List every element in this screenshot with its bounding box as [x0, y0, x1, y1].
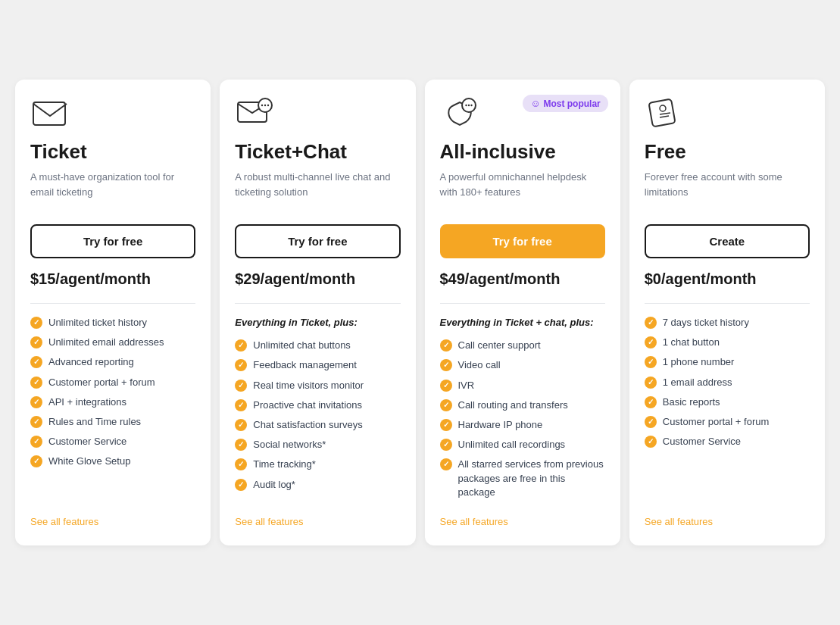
feature-item: Chat satisfaction surveys [235, 418, 400, 432]
feature-item: IVR [440, 379, 605, 392]
svg-point-8 [467, 105, 469, 106]
check-icon [235, 458, 247, 470]
feature-item: Unlimited ticket history [30, 316, 195, 330]
feature-text: API + integrations [48, 395, 126, 409]
feature-item: Customer portal + forum [30, 376, 195, 389]
features-list: 7 days ticket history 1 chat button 1 ph… [645, 316, 810, 505]
divider [440, 303, 605, 304]
check-icon [30, 377, 42, 389]
feature-text: Rules and Time rules [48, 415, 141, 429]
feature-text: Time tracking* [253, 458, 316, 471]
svg-point-3 [261, 105, 263, 106]
check-icon [440, 458, 452, 470]
svg-point-4 [264, 105, 266, 106]
feature-text: Call routing and transfers [458, 398, 568, 412]
plan-price: $49/agent/month [440, 270, 605, 288]
feature-item: White Glove Setup [30, 455, 195, 468]
check-icon [30, 416, 42, 428]
feature-item: Unlimited email addresses [30, 336, 195, 349]
feature-text: 1 phone number [663, 355, 735, 369]
check-icon [645, 396, 657, 408]
see-features-link[interactable]: See all features [440, 516, 605, 527]
feature-text: 7 days ticket history [663, 316, 749, 330]
check-icon [235, 359, 247, 371]
svg-line-13 [660, 116, 669, 117]
most-popular-label: Most popular [543, 98, 600, 109]
features-title: Everything in Ticket + chat, plus: [440, 316, 605, 330]
check-icon [645, 336, 657, 348]
smiley-icon: ☺ [530, 98, 540, 109]
divider [30, 303, 195, 304]
feature-text: Advanced reporting [48, 355, 134, 369]
see-features-link[interactable]: See all features [30, 516, 195, 527]
svg-rect-10 [648, 99, 675, 127]
feature-text: Unlimited email addresses [48, 336, 164, 349]
features-list: Unlimited ticket history Unlimited email… [30, 316, 195, 505]
plan-name: All-inclusive [440, 140, 605, 164]
feature-item: 1 chat button [645, 336, 810, 349]
plan-description: A powerful omnichannel helpdesk with 180… [440, 170, 605, 209]
check-icon [235, 339, 247, 352]
check-icon [235, 439, 247, 451]
feature-text: Unlimited chat buttons [253, 339, 351, 352]
feature-text: Proactive chat invitations [253, 398, 362, 412]
plan-description: A robust multi-channel live chat and tic… [235, 170, 400, 209]
see-features-link[interactable]: See all features [235, 516, 400, 527]
feature-text: Hardware IP phone [458, 418, 543, 432]
svg-line-12 [660, 113, 670, 114]
plan-card-ticket: Ticket A must-have organization tool for… [15, 80, 211, 545]
feature-item: Real time visitors monitor [235, 379, 400, 392]
check-icon [30, 356, 42, 368]
feature-text: Feedback management [253, 358, 357, 372]
svg-point-7 [465, 105, 467, 106]
feature-item: Rules and Time rules [30, 415, 195, 429]
cta-button[interactable]: Try for free [440, 224, 605, 258]
plan-price: $15/agent/month [30, 270, 195, 288]
check-icon [30, 317, 42, 329]
feature-text: 1 email address [663, 376, 732, 389]
feature-item: Call center support [440, 339, 605, 352]
plan-description: Forever free account with some limitatio… [645, 170, 810, 209]
check-icon [645, 356, 657, 368]
feature-text: Customer Service [663, 435, 741, 448]
feature-text: Unlimited ticket history [48, 316, 147, 330]
see-features-link[interactable]: See all features [645, 516, 810, 527]
svg-point-5 [267, 105, 269, 106]
check-icon [30, 336, 42, 348]
check-icon [30, 396, 42, 408]
plan-icon-all-inclusive [440, 98, 479, 128]
check-icon [645, 416, 657, 428]
check-icon [235, 419, 247, 431]
feature-item: Proactive chat invitations [235, 398, 400, 412]
divider [645, 303, 810, 304]
plan-price: $29/agent/month [235, 270, 400, 288]
feature-text: Customer portal + forum [48, 376, 155, 389]
feature-text: White Glove Setup [48, 455, 130, 468]
plan-price: $0/agent/month [645, 270, 810, 288]
feature-text: All starred services from previous packa… [458, 458, 605, 499]
cta-button[interactable]: Create [645, 224, 810, 258]
check-icon [440, 419, 452, 431]
plan-description: A must-have organization tool for email … [30, 170, 195, 209]
features-title: Everything in Ticket, plus: [235, 316, 400, 330]
feature-item: Unlimited call recordings [440, 438, 605, 452]
svg-point-11 [660, 105, 666, 111]
cta-button[interactable]: Try for free [235, 224, 400, 258]
check-icon [30, 455, 42, 467]
feature-item: Unlimited chat buttons [235, 339, 400, 352]
plan-icon-ticket [30, 98, 70, 128]
feature-item: Call routing and transfers [440, 398, 605, 412]
check-icon [235, 380, 247, 392]
feature-text: Audit log* [253, 478, 295, 492]
feature-item: Audit log* [235, 478, 400, 492]
features-list: Call center support Video call IVR Call … [440, 339, 605, 505]
feature-item: 7 days ticket history [645, 316, 810, 330]
check-icon [440, 439, 452, 451]
plan-icon-ticket-chat [235, 98, 274, 128]
svg-point-9 [470, 105, 472, 106]
feature-item: Customer Service [645, 435, 810, 448]
plan-icon-free [645, 98, 684, 128]
check-icon [235, 399, 247, 411]
features-list: Unlimited chat buttons Feedback manageme… [235, 339, 400, 505]
cta-button[interactable]: Try for free [30, 224, 195, 258]
